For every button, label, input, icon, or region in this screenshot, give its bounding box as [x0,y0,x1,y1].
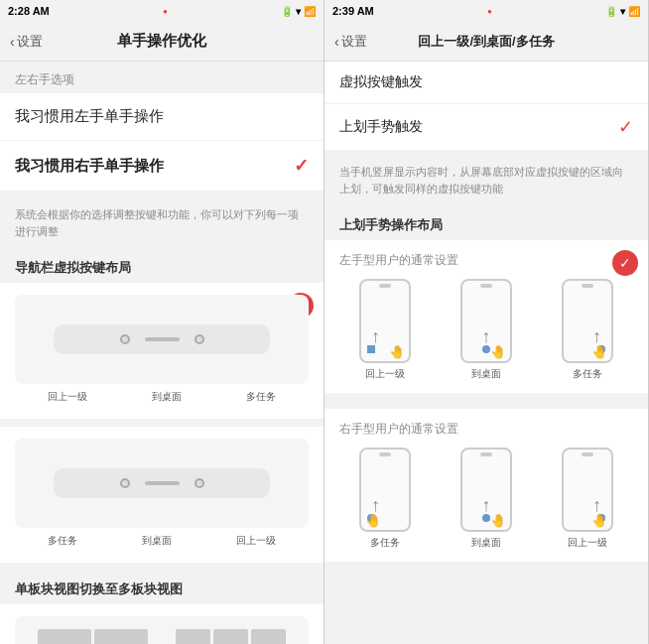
grid-section-title: 单板块视图切换至多板块视图 [0,571,324,604]
left-notification-dot: ● [163,7,168,16]
layout-2-diagram [15,439,309,528]
phone-label-multitask: 多任务 [573,367,602,381]
right-content: 虚拟按键触发 上划手势触发 ✓ 当手机竖屏显示内容时，从屏幕底部对应虚拟按键的区… [324,62,648,644]
phone-shell-r-multitask: ↑ 🤚 [359,448,411,532]
handedness-section-label: 左右手选项 [0,62,324,93]
phone-shell-r-back: ↑ 🤚 [562,448,613,532]
swipe-trigger-label: 上划手势触发 [339,118,423,136]
grid-preview: › [15,616,309,644]
virtual-trigger-option[interactable]: 虚拟按键触发 [324,62,648,104]
layout-2-btn2: 到桌面 [142,534,172,548]
layout-1-labels: 回上一级 到桌面 多任务 [15,390,309,404]
section-divider [324,401,648,409]
phone-notch-home [480,284,492,288]
phone-figure-multitask: ↑ 🤚 多任务 [562,279,613,381]
phone-label-r-multitask: 多任务 [370,536,400,550]
left-page-title: 单手操作优化 [117,32,206,51]
right-battery-icon: 🔋 [605,6,617,17]
left-chevron-icon: ‹ [10,34,15,50]
layout-1-btn2: 到桌面 [152,390,182,404]
layout-1-btn3: 多任务 [246,390,276,404]
phone-label-r-home: 到桌面 [471,536,501,550]
phone-figure-r-home: ↑ 🤚 到桌面 [460,448,512,550]
phone-notch-multitask [582,284,593,288]
right-panel: 2:39 AM ● 🔋 ▾ 📶 ‹ 设置 回上一级/到桌面/多任务 虚拟按键触发… [324,0,649,644]
layout-1-btn1: 回上一级 [48,390,87,404]
left-panel: 2:28 AM ● 🔋 ▾ 📶 ‹ 设置 单手操作优化 左右手选项 我习惯用左手… [0,0,324,644]
left-time: 2:28 AM [8,5,50,17]
right-hand-gesture-title: 右手型用户的通常设置 [334,421,638,438]
swipe-description: 当手机竖屏显示内容时，从屏幕底部对应虚拟按键的区域向上划，可触发同样的虚拟按键功… [324,158,648,206]
left-hand-option[interactable]: 我习惯用左手单手操作 [0,93,324,141]
right-signal-icon: 📶 [628,6,640,17]
right-hand-label: 我习惯用右手单手操作 [15,157,164,176]
layout-option-2[interactable]: 多任务 到桌面 回上一级 [0,427,324,563]
virtual-trigger-label: 虚拟按键触发 [339,73,423,91]
phone-notch-r-multitask [379,452,391,456]
right-page-title: 回上一级/到桌面/多任务 [418,33,554,51]
swipe-trigger-option[interactable]: 上划手势触发 ✓ [324,104,648,150]
left-wifi-icon: ▾ [296,6,301,17]
left-hand-gesture-title: 左手型用户的通常设置 [334,252,638,269]
phone-label-r-back: 回上一级 [568,536,607,550]
phone-figure-r-multitask: ↑ 🤚 多任务 [359,448,411,550]
swipe-trigger-checkmark: ✓ [618,116,633,138]
right-nav-bar: ‹ 设置 回上一级/到桌面/多任务 [324,22,648,62]
layout-1-diagram [15,295,309,384]
left-back-label: 设置 [17,33,43,51]
phone-shell-home: ↑ 🤚 [460,279,512,363]
phone-notch-r-home [480,452,492,456]
left-back-button[interactable]: ‹ 设置 [10,33,43,51]
phone-label-back: 回上一级 [365,367,405,381]
right-hand-option[interactable]: 我习惯用右手单手操作 ✓ [0,141,324,191]
phone-shell-back: ↑ 🤚 [359,279,411,363]
grid-preview-card: › [0,604,324,644]
phone-notch-back [379,284,391,288]
right-time: 2:39 AM [332,5,374,17]
phone-shell-r-home: ↑ 🤚 [460,448,512,532]
right-wifi-icon: ▾ [620,6,625,17]
phone-label-home: 到桌面 [471,367,501,381]
left-hand-phones-row: ↑ 🤚 回上一级 ↑ 🤚 到桌面 [334,279,638,381]
layout-2-btn3: 回上一级 [236,534,276,548]
handedness-description: 系统会根据你的选择调整按键和功能，你可以对下列每一项进行调整 [0,198,324,249]
left-hand-gesture-section[interactable]: ✓ 左手型用户的通常设置 ↑ 🤚 回上一级 [324,240,648,393]
right-status-icons: 🔋 ▾ 📶 [605,6,640,17]
layout-option-1[interactable]: ✓ 回上一级 到桌面 多任务 [0,283,324,419]
phone-shell-multitask: ↑ 🤚 [562,279,613,363]
right-status-bar: 2:39 AM ● 🔋 ▾ 📶 [324,0,648,22]
phone-figure-home: ↑ 🤚 到桌面 [460,279,512,381]
left-status-icons: 🔋 ▾ 📶 [281,6,316,17]
nav-layout-title: 导航栏虚拟按键布局 [0,249,324,283]
right-hand-gesture-section[interactable]: 右手型用户的通常设置 ↑ 🤚 多任务 [324,409,648,562]
right-back-label: 设置 [341,33,367,51]
handedness-card: 我习惯用左手单手操作 我习惯用右手单手操作 ✓ [0,93,324,191]
right-hand-checkmark: ✓ [294,155,309,177]
right-notification-dot: ● [487,7,492,16]
right-hand-phones-row: ↑ 🤚 多任务 ↑ 🤚 到桌面 [334,448,638,550]
left-status-bar: 2:28 AM ● 🔋 ▾ 📶 [0,0,324,22]
right-back-button[interactable]: ‹ 设置 [334,33,367,51]
layout-2-btn1: 多任务 [48,534,77,548]
gesture-layout-title: 上划手势操作布局 [324,206,648,240]
left-signal-icon: 📶 [304,6,316,17]
right-chevron-icon: ‹ [334,34,339,50]
left-hand-gesture-check: ✓ [612,250,638,276]
left-nav-bar: ‹ 设置 单手操作优化 [0,22,324,62]
left-battery-icon: 🔋 [281,6,293,17]
virtual-trigger-card: 虚拟按键触发 上划手势触发 ✓ [324,62,648,150]
left-content: 左右手选项 我习惯用左手单手操作 我习惯用右手单手操作 ✓ 系统会根据你的选择调… [0,62,324,644]
phone-figure-back: ↑ 🤚 回上一级 [359,279,411,381]
phone-notch-r-back [582,452,593,456]
phone-figure-r-back: ↑ 🤚 回上一级 [562,448,613,550]
left-hand-label: 我习惯用左手单手操作 [15,107,164,126]
layout-2-labels: 多任务 到桌面 回上一级 [15,534,309,548]
